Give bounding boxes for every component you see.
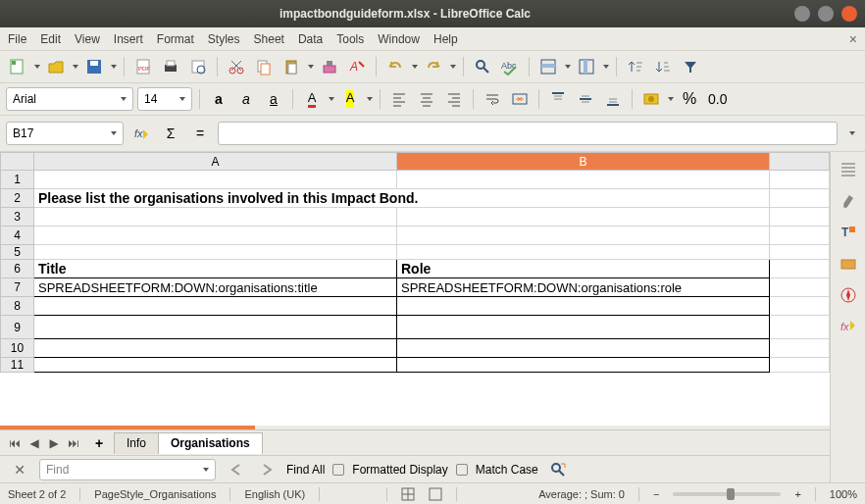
align-center-button[interactable] bbox=[415, 87, 438, 111]
cell-A8[interactable] bbox=[34, 297, 397, 316]
cell-B6[interactable]: Role bbox=[397, 260, 770, 278]
percent-button[interactable]: % bbox=[678, 87, 701, 111]
new-button[interactable] bbox=[6, 55, 29, 78]
undo-dropdown[interactable] bbox=[412, 65, 418, 69]
row-dropdown[interactable] bbox=[565, 65, 571, 69]
status-insert-mode-icon[interactable] bbox=[401, 487, 415, 501]
cell-A2[interactable]: Please list the organisations involved i… bbox=[34, 189, 770, 208]
cell-A9[interactable] bbox=[34, 316, 397, 339]
column-header-B[interactable]: B bbox=[397, 153, 770, 171]
paste-button[interactable] bbox=[280, 55, 303, 78]
print-preview-button[interactable] bbox=[186, 55, 210, 78]
cell-A4[interactable] bbox=[34, 227, 397, 245]
font-name-combo[interactable]: Arial bbox=[6, 87, 133, 111]
sidebar-navigator2-icon[interactable] bbox=[837, 283, 860, 307]
document-close-button[interactable]: × bbox=[849, 31, 857, 47]
window-maximize-button[interactable] bbox=[818, 6, 834, 22]
row-header-4[interactable]: 4 bbox=[1, 227, 34, 245]
menu-help[interactable]: Help bbox=[433, 32, 458, 46]
find-input[interactable]: Find bbox=[39, 459, 216, 480]
save-button[interactable] bbox=[82, 55, 106, 78]
font-color-dropdown[interactable] bbox=[329, 97, 334, 101]
menu-window[interactable]: Window bbox=[378, 32, 420, 46]
sort-asc-button[interactable] bbox=[624, 55, 647, 78]
find-replace-button[interactable] bbox=[471, 55, 494, 78]
row-header-3[interactable]: 3 bbox=[1, 208, 34, 227]
menu-insert[interactable]: Insert bbox=[114, 32, 143, 46]
column-button[interactable] bbox=[575, 55, 598, 78]
formatted-display-checkbox[interactable] bbox=[332, 464, 344, 476]
cell-B3[interactable] bbox=[397, 208, 770, 227]
font-size-combo[interactable]: 14 bbox=[137, 87, 192, 111]
cell-B8[interactable] bbox=[397, 297, 770, 316]
align-left-button[interactable] bbox=[387, 87, 411, 111]
font-color-button[interactable]: A bbox=[300, 87, 324, 111]
match-case-checkbox[interactable] bbox=[456, 464, 468, 476]
find-replace-open-button[interactable] bbox=[546, 458, 570, 481]
sidebar-navigator-icon[interactable] bbox=[837, 252, 860, 276]
zoom-value[interactable]: 100% bbox=[830, 488, 857, 500]
zoom-slider[interactable] bbox=[673, 492, 781, 496]
align-vcenter-button[interactable] bbox=[574, 87, 597, 111]
tab-first-button[interactable]: ⏮ bbox=[6, 434, 24, 452]
status-selection-mode-icon[interactable] bbox=[429, 487, 442, 501]
cell-reference-box[interactable]: B17 bbox=[6, 122, 124, 145]
cell-B7[interactable]: SPREADSHEETFORM:DOWN:organisations:role bbox=[397, 278, 770, 297]
row-button[interactable] bbox=[536, 55, 560, 78]
undo-button[interactable] bbox=[383, 55, 407, 78]
find-prev-button[interactable] bbox=[224, 458, 247, 481]
column-header-A[interactable]: A bbox=[34, 153, 397, 171]
cell-A3[interactable] bbox=[34, 208, 397, 227]
row-header-11[interactable]: 11 bbox=[1, 358, 34, 373]
cell-A7[interactable]: SPREADSHEETFORM:DOWN:organisations:title bbox=[34, 278, 397, 297]
row-header-1[interactable]: 1 bbox=[1, 171, 34, 189]
highlight-color-button[interactable]: A bbox=[338, 87, 362, 111]
row-header-7[interactable]: 7 bbox=[1, 278, 34, 297]
sort-desc-button[interactable] bbox=[651, 55, 675, 78]
tab-prev-button[interactable]: ◀ bbox=[25, 434, 43, 452]
sidebar-functions-icon[interactable]: fx bbox=[837, 315, 860, 338]
expand-formula-bar-button[interactable] bbox=[843, 122, 859, 145]
formula-equals-button[interactable]: = bbox=[188, 122, 212, 145]
status-aggregate[interactable]: Average: ; Sum: 0 bbox=[538, 488, 625, 500]
status-pagestyle[interactable]: PageStyle_Organisations bbox=[94, 488, 216, 500]
cell-B1[interactable] bbox=[397, 171, 770, 189]
tab-last-button[interactable]: ⏭ bbox=[65, 434, 82, 452]
spellcheck-button[interactable]: Abc bbox=[498, 55, 522, 78]
new-dropdown[interactable] bbox=[34, 65, 40, 69]
print-button[interactable] bbox=[159, 55, 182, 78]
paste-dropdown[interactable] bbox=[308, 65, 314, 69]
clone-formatting-button[interactable] bbox=[318, 55, 341, 78]
menu-styles[interactable]: Styles bbox=[208, 32, 240, 46]
menu-format[interactable]: Format bbox=[157, 32, 194, 46]
zoom-in-button[interactable]: + bbox=[794, 488, 800, 500]
currency-dropdown[interactable] bbox=[668, 97, 674, 101]
cell-A10[interactable] bbox=[34, 339, 397, 358]
wrap-text-button[interactable] bbox=[481, 87, 504, 111]
row-header-2[interactable]: 2 bbox=[1, 189, 34, 208]
row-header-6[interactable]: 6 bbox=[1, 260, 34, 278]
cell-B5[interactable] bbox=[397, 245, 770, 260]
row-header-10[interactable]: 10 bbox=[1, 339, 34, 358]
window-close-button[interactable] bbox=[841, 6, 857, 22]
row-header-5[interactable]: 5 bbox=[1, 245, 34, 260]
bold-button[interactable]: a bbox=[207, 87, 230, 111]
cell-A6[interactable]: Title bbox=[34, 260, 397, 278]
menu-view[interactable]: View bbox=[75, 32, 100, 46]
cell-B11[interactable] bbox=[397, 358, 770, 373]
column-dropdown[interactable] bbox=[603, 65, 609, 69]
cell-A1[interactable] bbox=[34, 171, 397, 189]
zoom-out-button[interactable]: − bbox=[653, 488, 659, 500]
column-header-extra[interactable] bbox=[770, 153, 830, 171]
align-right-button[interactable] bbox=[442, 87, 466, 111]
cell-A5[interactable] bbox=[34, 245, 397, 260]
currency-button[interactable] bbox=[639, 87, 663, 111]
redo-dropdown[interactable] bbox=[450, 65, 456, 69]
open-dropdown[interactable] bbox=[73, 65, 78, 69]
select-all-corner[interactable] bbox=[1, 153, 34, 171]
menu-file[interactable]: File bbox=[8, 32, 26, 46]
cell-A11[interactable] bbox=[34, 358, 397, 373]
formula-input[interactable] bbox=[218, 122, 838, 145]
copy-button[interactable] bbox=[252, 55, 276, 78]
sidebar-properties-icon[interactable] bbox=[837, 158, 860, 181]
